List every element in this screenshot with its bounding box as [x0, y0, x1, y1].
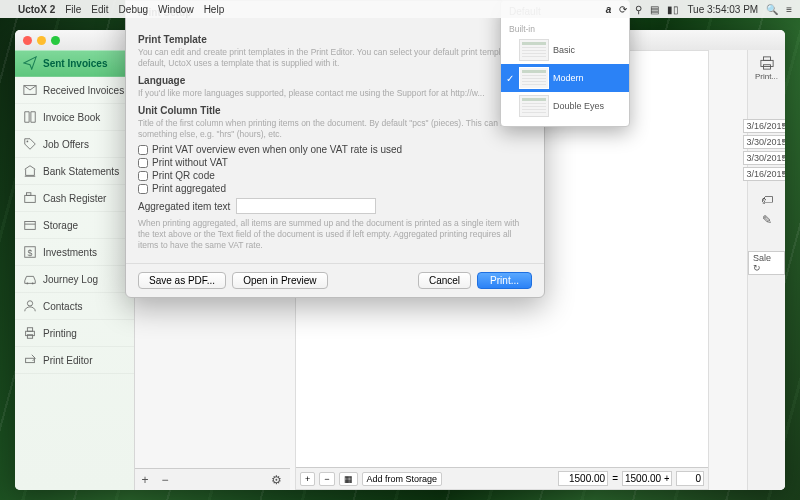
book-icon	[23, 110, 37, 124]
printer-icon	[23, 326, 37, 340]
checkbox-input[interactable]	[138, 158, 148, 168]
car-icon	[23, 272, 37, 286]
status-battery-icon[interactable]: ▮▯	[667, 4, 679, 15]
menu-help[interactable]: Help	[204, 4, 225, 15]
date-field[interactable]: 3/30/2015	[743, 135, 785, 149]
aggregated-text-input[interactable]	[236, 198, 376, 214]
checkmark-icon: ✓	[505, 73, 515, 84]
checkbox-input[interactable]	[138, 145, 148, 155]
sidebar-item-label: Sent Invoices	[43, 58, 107, 69]
section-desc: You can edit and create print templates …	[138, 47, 532, 69]
menu-file[interactable]: File	[65, 4, 81, 15]
tag-tool-icon[interactable]: 🏷	[761, 193, 773, 207]
svg-rect-14	[760, 60, 772, 66]
sidebar-item-label: Contacts	[43, 301, 82, 312]
checkbox-vat-overview[interactable]: Print VAT overview even when only one VA…	[138, 144, 532, 155]
tag-icon	[23, 137, 37, 151]
section-desc: Title of the first column when printing …	[138, 118, 532, 140]
menu-window[interactable]: Window	[158, 4, 194, 15]
menu-extra-icon[interactable]: ≡	[786, 4, 792, 15]
register-icon	[23, 191, 37, 205]
sidebar-item-label: Storage	[43, 220, 78, 231]
menu-edit[interactable]: Edit	[91, 4, 108, 15]
item-add-button[interactable]: +	[300, 472, 315, 486]
menu-debug[interactable]: Debug	[119, 4, 148, 15]
svg-rect-3	[27, 193, 31, 196]
status-sync-icon[interactable]: ⟳	[619, 4, 627, 15]
date-field[interactable]: 3/16/2015	[743, 167, 785, 181]
amount-input-3[interactable]	[676, 471, 704, 486]
template-thumbnail	[519, 39, 549, 61]
sidebar-item-journey-log[interactable]: Journey Log	[15, 266, 134, 293]
print-setup-sheet: Print Setup Print Print Template You can…	[125, 0, 545, 298]
sidebar-item-cash-register[interactable]: Cash Register	[15, 185, 134, 212]
sidebar-item-bank-statements[interactable]: Bank Statements	[15, 158, 134, 185]
svg-text:$: $	[28, 248, 33, 258]
right-rail: Print... 3/16/2015 3/30/2015 3/30/2015 3…	[747, 50, 785, 490]
template-option-label: Basic	[553, 45, 575, 55]
printer-icon	[758, 56, 776, 70]
window-traffic-lights	[23, 36, 60, 45]
checkbox-aggregated[interactable]: Print aggregated	[138, 183, 532, 194]
sidebar-item-print-editor[interactable]: Print Editor	[15, 347, 134, 374]
template-thumbnail	[519, 67, 549, 89]
edit-tool-icon[interactable]: ✎	[762, 213, 772, 227]
sidebar-item-label: Job Offers	[43, 139, 89, 150]
sidebar-item-printing[interactable]: Printing	[15, 320, 134, 347]
sidebar-item-invoice-book[interactable]: Invoice Book	[15, 104, 134, 131]
template-option-modern[interactable]: ✓ Modern	[501, 64, 629, 92]
sidebar-item-storage[interactable]: Storage	[15, 212, 134, 239]
window-zoom-button[interactable]	[51, 36, 60, 45]
status-flag-icon[interactable]: ▤	[650, 4, 659, 15]
template-option-double-eyes[interactable]: Double Eyes	[501, 92, 629, 120]
open-in-preview-button[interactable]: Open in Preview	[232, 272, 327, 289]
status-wifi-icon[interactable]: ⚲	[635, 4, 642, 15]
template-option-basic[interactable]: Basic	[501, 36, 629, 64]
equals-label: =	[612, 473, 618, 484]
checkbox-without-vat[interactable]: Print without VAT	[138, 157, 532, 168]
svg-rect-11	[27, 328, 32, 332]
sale-chip[interactable]: Sale ↻	[748, 251, 785, 275]
template-option-label: Double Eyes	[553, 101, 604, 111]
print-toolbar-button[interactable]: Print...	[753, 50, 780, 87]
remove-button[interactable]: −	[155, 473, 175, 487]
dollar-icon: $	[23, 245, 37, 259]
menubar-clock[interactable]: Tue 3:54:03 PM	[687, 4, 758, 15]
sidebar-item-label: Printing	[43, 328, 77, 339]
checkbox-qr-code[interactable]: Print QR code	[138, 170, 532, 181]
sidebar-item-label: Investments	[43, 247, 97, 258]
app-menu[interactable]: UctoX 2	[18, 4, 55, 15]
window-minimize-button[interactable]	[37, 36, 46, 45]
spotlight-icon[interactable]: 🔍	[766, 4, 778, 15]
template-option-label: Modern	[553, 73, 584, 83]
item-grid-icon[interactable]: ▦	[339, 472, 358, 486]
sidebar-item-label: Invoice Book	[43, 112, 100, 123]
status-italic-a-icon[interactable]: a	[606, 4, 612, 15]
save-as-pdf-button[interactable]: Save as PDF...	[138, 272, 226, 289]
sidebar-item-received-invoices[interactable]: Received Invoices	[15, 77, 134, 104]
window-close-button[interactable]	[23, 36, 32, 45]
svg-point-8	[32, 283, 34, 285]
checkbox-input[interactable]	[138, 184, 148, 194]
amount-input-1[interactable]	[558, 471, 608, 486]
envelope-icon	[23, 83, 37, 97]
checkbox-input[interactable]	[138, 171, 148, 181]
sidebar-item-investments[interactable]: $ Investments	[15, 239, 134, 266]
cancel-button[interactable]: Cancel	[418, 272, 471, 289]
sidebar-item-contacts[interactable]: Contacts	[15, 293, 134, 320]
date-field[interactable]: 3/30/2015	[743, 151, 785, 165]
amount-input-2[interactable]	[622, 471, 672, 486]
print-button[interactable]: Print...	[477, 272, 532, 289]
sidebar-item-sent-invoices[interactable]: Sent Invoices	[15, 50, 134, 77]
print-template-dropdown: Default Built-in Basic ✓ Modern Double E…	[500, 0, 630, 127]
gear-icon[interactable]: ⚙	[266, 473, 286, 487]
add-button[interactable]: +	[135, 473, 155, 487]
print-toolbar-label: Print...	[755, 72, 778, 81]
sidebar-item-job-offers[interactable]: Job Offers	[15, 131, 134, 158]
svg-point-9	[27, 301, 32, 306]
item-remove-button[interactable]: −	[319, 472, 334, 486]
add-from-storage-button[interactable]: Add from Storage	[362, 472, 443, 486]
section-print-template: Print Template	[138, 34, 532, 45]
date-field[interactable]: 3/16/2015	[743, 119, 785, 133]
dropdown-builtin-label: Built-in	[501, 19, 629, 36]
